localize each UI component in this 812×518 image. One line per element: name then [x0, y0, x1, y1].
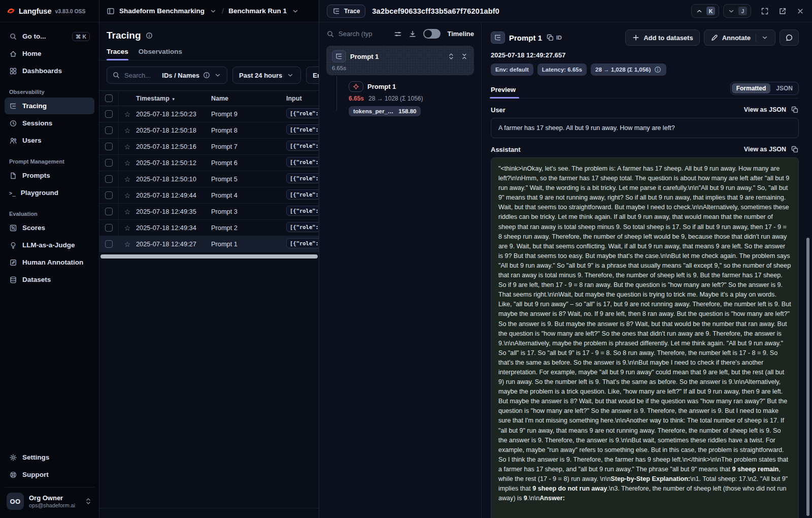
chat-bubble-icon: [785, 34, 793, 42]
tab-observations[interactable]: Observations: [139, 48, 182, 60]
sidebar-item-datasets[interactable]: Datasets: [5, 271, 94, 288]
observation-detail-panel: Prompt 1 ID Add to datasets Annotate: [482, 22, 812, 518]
sidebar-item-sessions[interactable]: Sessions: [5, 115, 94, 132]
tree-node-root[interactable]: Prompt 1 6.65s: [326, 46, 474, 75]
horizontal-scrollbar[interactable]: [100, 254, 318, 258]
external-link-icon[interactable]: [779, 7, 787, 15]
table-row[interactable]: ☆ 2025-07-18 12:49:27 Prompt 1 [{"role":…: [99, 236, 319, 252]
star-icon[interactable]: ☆: [119, 191, 136, 200]
tree-search-input[interactable]: Search (typ: [326, 30, 387, 38]
env-filter[interactable]: Env: [306, 67, 319, 84]
table-row[interactable]: ☆ 2025-07-18 12:50:23 Prompt 9 [{"role":…: [99, 106, 319, 122]
table-row[interactable]: ☆ 2025-07-18 12:49:44 Prompt 4 [{"role":…: [99, 187, 319, 204]
star-icon[interactable]: ☆: [119, 208, 136, 216]
download-icon[interactable]: [409, 30, 417, 38]
annotate-dropdown-chevron[interactable]: [756, 34, 769, 42]
time-range-filter[interactable]: Past 24 hours: [232, 67, 301, 84]
sidebar-item-llm-as-a-judge[interactable]: LLM-as-a-Judge: [5, 237, 94, 253]
sidebar-item-settings[interactable]: Settings: [5, 449, 94, 466]
sidebar-item-label: Home: [22, 50, 42, 57]
tree-node-generation[interactable]: Prompt 1 6.65s 28 → 1028 (Σ 1056) tokens…: [349, 81, 474, 116]
tab-traces[interactable]: Traces: [107, 48, 128, 60]
row-input-preview: [{"role":"use: [286, 157, 319, 167]
table-row[interactable]: ☆ 2025-07-18 12:49:34 Prompt 2 [{"role":…: [99, 220, 319, 236]
timeline-toggle[interactable]: [423, 29, 441, 39]
row-checkbox[interactable]: [105, 110, 113, 118]
row-checkbox[interactable]: [105, 208, 113, 215]
project-switcher[interactable]: Benchmark Run 1: [228, 7, 287, 15]
star-icon[interactable]: ☆: [119, 175, 136, 183]
tokens-per-second-badge[interactable]: tokens_per_… 158.80: [349, 106, 421, 116]
row-checkbox[interactable]: [105, 159, 113, 167]
format-formatted[interactable]: Formatted: [732, 83, 771, 93]
table-body: ☆ 2025-07-18 12:50:23 Prompt 9 [{"role":…: [99, 106, 319, 252]
add-to-datasets-button[interactable]: Add to datasets: [625, 29, 700, 46]
sidebar-item-dashboards[interactable]: Dashboards: [5, 62, 94, 79]
view-as-json-link[interactable]: View as JSON: [744, 106, 786, 113]
org-user-menu[interactable]: OO Org Owner ops@shadeform.ai: [5, 487, 94, 514]
star-icon[interactable]: ☆: [119, 110, 136, 118]
sidebar-item-users[interactable]: Users: [5, 132, 94, 149]
sidebar-item-playground[interactable]: >_Playground: [5, 184, 94, 201]
sidebar-item-label: Sessions: [22, 119, 52, 127]
sidebar-item-home[interactable]: Home: [5, 45, 94, 62]
fold-icon[interactable]: [460, 52, 468, 60]
format-json[interactable]: JSON: [771, 83, 797, 93]
row-checkbox[interactable]: [105, 191, 113, 199]
table-row[interactable]: ☆ 2025-07-18 12:49:35 Prompt 3 [{"role":…: [99, 204, 319, 220]
row-checkbox[interactable]: [105, 126, 113, 134]
table-row[interactable]: ☆ 2025-07-18 12:50:12 Prompt 6 [{"role":…: [99, 155, 319, 171]
table-row[interactable]: ☆ 2025-07-18 12:50:16 Prompt 7 [{"role":…: [99, 139, 319, 155]
row-checkbox[interactable]: [105, 143, 113, 150]
row-checkbox[interactable]: [105, 240, 113, 248]
star-icon[interactable]: ☆: [119, 159, 136, 167]
sidebar-item-tracing[interactable]: Tracing: [5, 98, 94, 114]
search-input[interactable]: Search... IDs / Names: [107, 67, 227, 84]
chevron-down-icon: [214, 71, 222, 79]
vertical-scrollbar[interactable]: [806, 238, 809, 516]
sidebar-item-label: Tracing: [22, 102, 47, 110]
star-icon[interactable]: ☆: [119, 224, 136, 232]
view-as-json-link[interactable]: View as JSON: [744, 146, 786, 153]
copy-icon[interactable]: [791, 106, 799, 114]
star-icon[interactable]: ☆: [119, 126, 136, 135]
tab-preview[interactable]: Preview: [491, 86, 516, 98]
sidebar-item-human-annotation[interactable]: Human Annotation: [5, 254, 94, 271]
sidebar-item-prompts[interactable]: Prompts: [5, 167, 94, 184]
row-checkbox[interactable]: [105, 175, 113, 183]
sidebar-item-support[interactable]: Support: [5, 466, 94, 483]
panel-left-icon[interactable]: [107, 7, 115, 15]
col-name[interactable]: Name: [211, 95, 286, 102]
chevron-down-icon: [761, 34, 769, 42]
sidebar-item-scores[interactable]: Scores: [5, 219, 94, 236]
chevron-down-icon[interactable]: [291, 7, 299, 15]
annotate-button[interactable]: Annotate: [704, 29, 775, 46]
chevron-down-icon[interactable]: [209, 7, 217, 15]
unfold-icon[interactable]: [447, 52, 455, 60]
goto-kbd-badge: ⌘ K: [72, 32, 90, 41]
star-icon[interactable]: ☆: [119, 240, 136, 248]
assistant-section-label: Assistant: [491, 146, 521, 153]
star-icon[interactable]: ☆: [119, 143, 136, 151]
next-trace-button[interactable]: J: [723, 4, 751, 18]
col-timestamp[interactable]: Timestamp▼: [136, 95, 211, 102]
copy-id-button[interactable]: ID: [546, 34, 562, 42]
copy-icon[interactable]: [791, 145, 799, 153]
expand-icon[interactable]: [761, 7, 769, 15]
filter-sliders-icon[interactable]: [394, 30, 402, 38]
search-mode-select[interactable]: IDs / Names: [162, 71, 222, 79]
row-name: Prompt 8: [211, 126, 286, 134]
goto-button[interactable]: Go to... ⌘ K: [5, 28, 94, 45]
row-timestamp: 2025-07-18 12:49:35: [136, 208, 211, 215]
prev-trace-button[interactable]: K: [691, 4, 719, 18]
select-all-checkbox[interactable]: [105, 94, 113, 102]
col-input[interactable]: Input: [286, 95, 319, 102]
org-switcher[interactable]: Shadeform Benchmarking: [119, 7, 205, 15]
comments-button[interactable]: [780, 29, 799, 46]
row-checkbox[interactable]: [105, 224, 113, 232]
human-annotation-icon: [9, 258, 17, 267]
token-usage-badge[interactable]: 28 → 1,028 (Σ 1,056): [591, 63, 666, 76]
close-icon[interactable]: [796, 7, 804, 15]
table-row[interactable]: ☆ 2025-07-18 12:50:10 Prompt 5 [{"role":…: [99, 171, 319, 187]
table-row[interactable]: ☆ 2025-07-18 12:50:18 Prompt 8 [{"role":…: [99, 122, 319, 139]
